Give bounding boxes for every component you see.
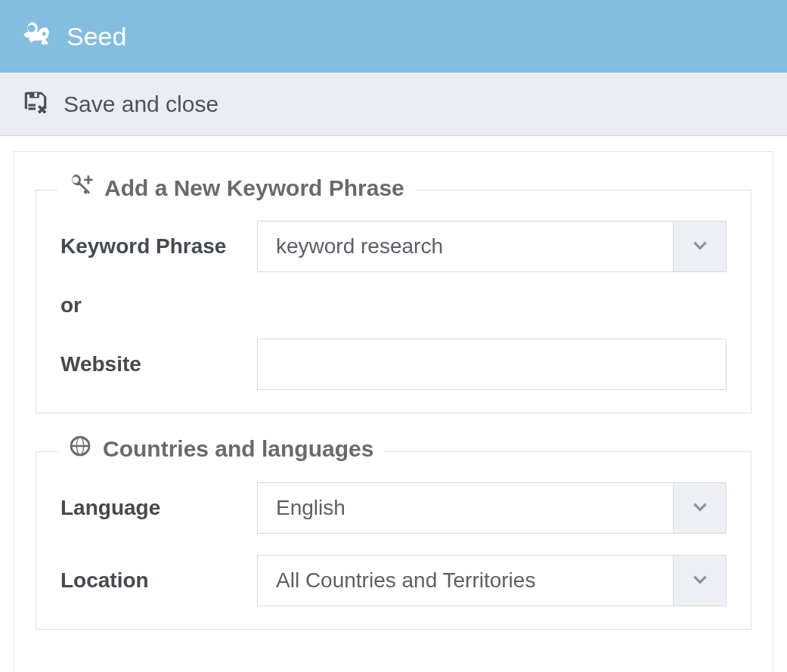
fieldset-keyword: Add a New Keyword Phrase Keyword Phrase [36,190,751,413]
panel: Add a New Keyword Phrase Keyword Phrase [14,151,773,672]
language-input[interactable] [257,482,674,534]
key-icon [23,20,53,53]
legend-locale: Countries and languages [57,434,384,463]
toolbar: Save and close [0,73,787,136]
legend-keyword-text: Add a New Keyword Phrase [104,175,404,201]
globe-icon [68,434,92,463]
keyword-phrase-combo[interactable] [257,221,727,272]
label-or: or [60,293,257,317]
location-dropdown-toggle[interactable] [674,555,727,606]
svg-rect-0 [29,91,39,98]
row-keyword-phrase: Keyword Phrase [60,221,727,272]
row-location: Location [60,555,727,606]
row-or: or [60,293,727,317]
key-plus-icon [68,172,94,203]
language-dropdown-toggle[interactable] [674,482,727,534]
legend-keyword: Add a New Keyword Phrase [57,172,415,203]
content-area: Add a New Keyword Phrase Keyword Phrase [0,136,787,672]
label-location: Location [60,568,257,593]
location-combo[interactable] [257,555,727,606]
fieldset-locale: Countries and languages Language [36,451,751,630]
keyword-phrase-input[interactable] [257,221,674,272]
save-close-icon[interactable] [21,88,50,120]
row-website: Website [60,339,727,390]
label-website: Website [60,352,257,376]
label-language: Language [60,496,257,520]
header-bar: Seed [0,0,787,73]
keyword-phrase-dropdown-toggle[interactable] [674,221,727,272]
chevron-down-icon [690,235,710,258]
save-close-button[interactable]: Save and close [64,91,218,117]
page-title: Seed [67,22,126,51]
legend-locale-text: Countries and languages [103,436,373,462]
label-keyword-phrase: Keyword Phrase [60,234,257,259]
svg-rect-1 [34,92,37,96]
chevron-down-icon [690,569,710,592]
chevron-down-icon [690,497,710,519]
language-combo[interactable] [257,482,727,534]
row-language: Language [60,482,727,534]
location-input[interactable] [257,555,674,606]
website-input[interactable] [257,339,727,390]
